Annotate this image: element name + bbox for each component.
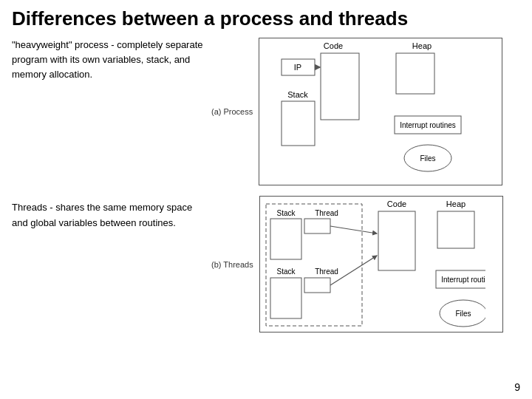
page-number: 9 <box>514 381 520 393</box>
t-code-box <box>378 211 415 270</box>
interrupt-label: Interrupt routines <box>400 121 456 129</box>
slide-title: Differences between a process and thread… <box>12 7 520 30</box>
t-interrupt-label: Interrupt routines <box>441 276 485 284</box>
threads-caption: (b) Threads <box>211 260 253 269</box>
heap-label: Heap <box>412 41 432 50</box>
threads-svg: Code Heap Interrupt routines Files <box>260 197 485 331</box>
t-heap-label: Heap <box>446 200 466 208</box>
t-ip1-box <box>304 219 330 233</box>
stack-box <box>282 101 315 146</box>
process-diagram-box: Code Heap IP Stack <box>259 38 502 185</box>
process-desc-text: "heavyweight" process - completely separ… <box>12 39 203 80</box>
t-stack2-box <box>270 278 301 318</box>
t-ip2-box <box>304 278 330 293</box>
t-stack1-label: Stack <box>276 209 296 217</box>
t-files-label: Files <box>455 310 471 318</box>
code-box <box>321 53 359 120</box>
files-label: Files <box>420 154 436 163</box>
threads-desc-text: Threads - shares the same memory space a… <box>12 202 192 228</box>
process-caption: (a) Process <box>211 107 253 116</box>
t-heap-box <box>437 211 474 248</box>
page-container: Differences between a process and thread… <box>0 0 532 399</box>
t-thread1-label: Thread <box>315 209 338 217</box>
t-thread2-label: Thread <box>315 267 338 276</box>
left-text-column: "heavyweight" process - completely separ… <box>12 38 211 332</box>
threads-diagram-row: (b) Threads Code Heap <box>211 196 520 332</box>
threads-description: Threads - shares the same memory space a… <box>12 200 204 230</box>
t-stack2-label: Stack <box>276 267 296 276</box>
process-svg: Code Heap IP Stack <box>259 38 485 183</box>
t-stack1-box <box>270 219 301 259</box>
right-diagrams: (a) Process Code Heap IP <box>211 38 520 332</box>
code-label: Code <box>324 41 343 50</box>
t-code-label: Code <box>387 200 406 208</box>
stack-label: Stack <box>287 90 308 99</box>
process-description: "heavyweight" process - completely separ… <box>12 38 204 82</box>
process-diagram-row: (a) Process Code Heap IP <box>211 38 520 185</box>
ip-label: IP <box>294 63 301 72</box>
heap-box <box>396 53 434 94</box>
threads-diagram-box: Code Heap Interrupt routines Files <box>259 196 503 332</box>
content-area: "heavyweight" process - completely separ… <box>12 38 520 332</box>
